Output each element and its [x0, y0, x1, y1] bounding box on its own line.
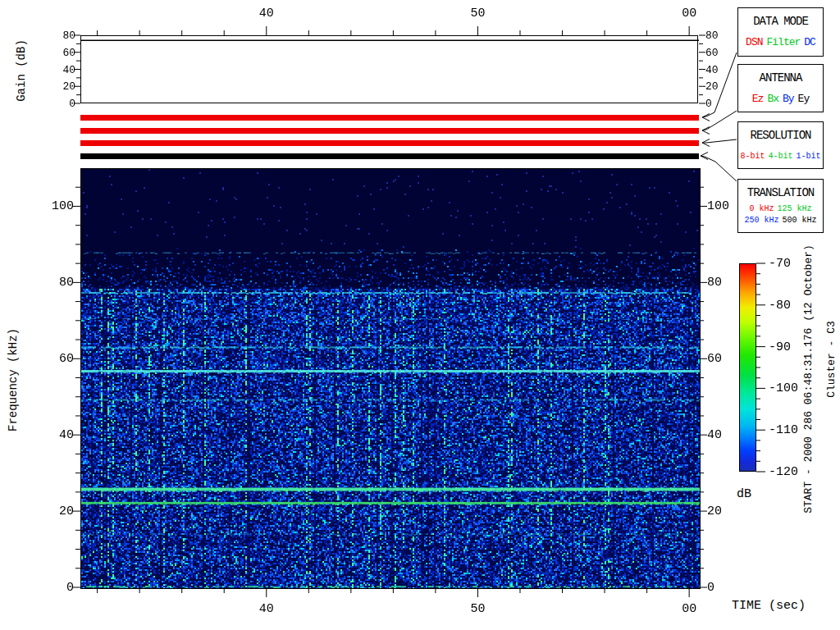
frequency-axis-title: Frequency (kHz): [7, 328, 19, 431]
gain-ytick-label-left: 20: [62, 81, 75, 92]
time-tick-label-bottom: 00: [682, 603, 696, 615]
time-tick-label-top: 00: [682, 7, 696, 20]
antenna-status-bar: [80, 128, 699, 134]
legend-item-4bit: 4-bit: [768, 152, 792, 161]
legend-item-dsn: DSN: [746, 36, 762, 48]
start-time-annotation: START - 2000 286 06:48:31.176 (12 Octobe…: [803, 244, 814, 514]
colorbar-unit-label: dB: [737, 488, 751, 500]
gain-plot-panel: [80, 35, 698, 103]
legend-item-500khz: 500 kHz: [783, 216, 817, 225]
freq-tick-label-right: 60: [707, 353, 722, 365]
gain-ytick-label-right: 60: [705, 47, 719, 57]
legend-translation: TRANSLATION 0 kHz 125 kHz 250 kHz 500 kH…: [737, 179, 824, 233]
gain-ytick-label-right: 20: [705, 81, 719, 92]
legend-antenna-title: ANTENNA: [738, 71, 823, 84]
legend-translation-title: TRANSLATION: [738, 186, 823, 199]
gain-ytick-label-left: 0: [69, 98, 75, 109]
time-axis-title: TIME (sec): [732, 600, 806, 612]
freq-tick-label-left: 0: [66, 582, 74, 594]
gain-ytick-label-left: 60: [62, 47, 75, 57]
gain-ytick-label-right: 80: [705, 30, 719, 41]
legend-data-mode: DATA MODE DSN Filter DC: [737, 7, 824, 57]
freq-tick-label-right: 0: [707, 582, 714, 594]
colorbar-tick-label: -80: [769, 299, 791, 311]
time-tick-label-top: 40: [259, 7, 274, 20]
freq-tick-label-right: 40: [707, 429, 722, 441]
wbd-spectrogram-screen: Gain (dB) Frequency (kHz) TIME (sec) dB …: [0, 0, 840, 630]
freq-tick-label-left: 40: [59, 429, 74, 441]
freq-tick-label-right: 100: [707, 200, 729, 212]
freq-tick-label-left: 20: [59, 505, 74, 518]
legend-item-8bit: 8-bit: [740, 152, 765, 161]
legend-resolution: RESOLUTION 8-bit 4-bit 1-bit: [737, 121, 824, 169]
colorbar-tick-label: -90: [769, 340, 791, 353]
spectrogram-image: [80, 168, 701, 589]
legend-antenna: ANTENNA Ez Bx By Ey: [737, 64, 824, 112]
gain-ytick-label-right: 40: [705, 64, 719, 75]
legend-item-by: By: [783, 93, 794, 105]
legend-item-0khz: 0 kHz: [749, 204, 774, 213]
spacecraft-annotation: Cluster - C3: [826, 321, 837, 398]
legend-item-bx: Bx: [767, 93, 778, 105]
time-tick-label-bottom: 40: [259, 603, 274, 615]
legend-item-ey: Ey: [798, 93, 810, 105]
freq-tick-label-left: 80: [59, 276, 74, 289]
gain-ytick-label-right: 0: [705, 98, 712, 109]
colorbar-tick-label: -100: [769, 382, 798, 395]
translation-status-bar: [80, 153, 699, 159]
data-mode-status-bar: [80, 115, 699, 121]
legend-item-ez: Ez: [752, 93, 764, 105]
colorbar-tick-label: -110: [769, 424, 798, 436]
colorbar: [739, 263, 756, 472]
legend-item-filter: Filter: [766, 36, 800, 48]
colorbar-tick-label: -70: [769, 258, 791, 270]
gain-axis-title: Gain (dB): [16, 39, 27, 102]
legend-resolution-title: RESOLUTION: [738, 129, 823, 142]
legend-item-250khz: 250 kHz: [744, 216, 778, 225]
legend-data-mode-title: DATA MODE: [738, 15, 823, 28]
freq-tick-label-left: 60: [59, 353, 74, 365]
colorbar-tick-label: -120: [769, 466, 798, 478]
freq-tick-label-right: 80: [707, 276, 722, 289]
gain-ytick-label-left: 40: [62, 64, 75, 75]
time-tick-label-top: 50: [470, 7, 485, 20]
freq-tick-label-left: 100: [52, 200, 74, 212]
time-tick-label-bottom: 50: [470, 603, 485, 615]
legend-item-dc: DC: [804, 36, 815, 48]
legend-item-125khz: 125 kHz: [778, 204, 812, 213]
gain-ytick-label-left: 80: [62, 30, 75, 41]
freq-tick-label-right: 20: [707, 505, 722, 518]
resolution-status-bar: [80, 140, 699, 146]
legend-item-1bit: 1-bit: [797, 152, 821, 161]
